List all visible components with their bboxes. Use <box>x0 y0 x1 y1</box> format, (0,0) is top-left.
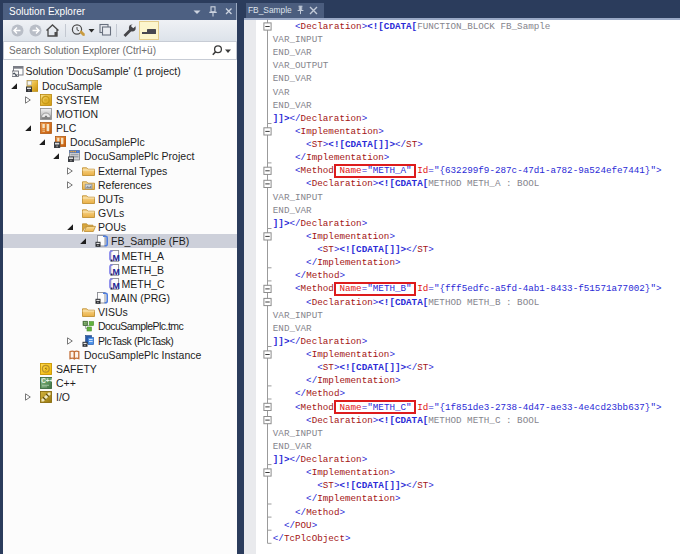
svg-text:M: M <box>113 281 120 290</box>
svg-text:M: M <box>113 267 120 276</box>
svg-text:C++: C++ <box>41 377 52 384</box>
svg-text:M: M <box>113 253 120 262</box>
